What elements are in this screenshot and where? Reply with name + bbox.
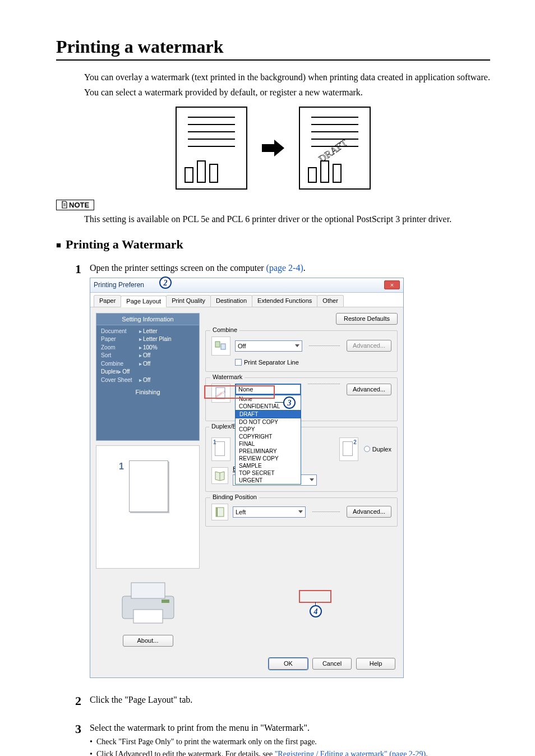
step-1-text: Open the printer settings screen on the … — [90, 262, 490, 274]
tab-destination[interactable]: Destination — [210, 295, 252, 307]
note-icon — [61, 201, 68, 209]
step-2-number: 2 — [75, 694, 90, 708]
callout-2: 2 — [159, 276, 172, 289]
note-label-box: NOTE — [56, 200, 94, 210]
svg-rect-6 — [162, 600, 169, 603]
ok-button[interactable]: OK — [269, 658, 308, 670]
si-zoom-k: Zoom — [101, 344, 139, 352]
wm-option[interactable]: COPYRIGHT — [236, 433, 301, 440]
redbox-ok — [299, 590, 331, 603]
page-title: Printing a watermark — [56, 36, 490, 61]
link-registering-watermark[interactable]: "Registering / Editing a watermark" (pag… — [275, 750, 426, 756]
svg-rect-5 — [133, 610, 163, 623]
binding-icon — [211, 504, 228, 520]
si-paper-v: Letter Plain — [143, 335, 172, 344]
chevron-down-icon — [310, 478, 314, 481]
step-3-bullet-1: •Check "First Page Only" to print the wa… — [90, 736, 490, 748]
note-text: This setting is available on PCL 5e and … — [84, 213, 490, 225]
si-cover-v: Off — [143, 376, 150, 385]
arrow-right-icon — [262, 140, 284, 156]
step-3-text: Select the watermark to print from the m… — [90, 722, 490, 734]
close-button[interactable]: × — [384, 280, 400, 289]
tab-other[interactable]: Other — [317, 295, 344, 307]
page-preview: 1 — [96, 445, 200, 569]
booklet-icon — [211, 467, 228, 484]
combine-advanced-button[interactable]: Advanced... — [347, 340, 391, 352]
callout-3: 3 — [283, 397, 296, 409]
si-sort-k: Sort — [101, 352, 139, 360]
section-title-text: Printing a Watermark — [66, 237, 183, 251]
wm-option[interactable]: DO NOT COPY — [236, 418, 301, 426]
chevron-down-icon — [298, 510, 303, 513]
si-zoom-v: 100% — [143, 344, 158, 352]
before-after-diagram: DRAFT — [56, 107, 490, 190]
setting-info-title: Setting Information — [96, 314, 199, 325]
svg-marker-0 — [262, 140, 284, 156]
combine-select[interactable]: Off — [235, 340, 302, 352]
cancel-button[interactable]: Cancel — [312, 658, 352, 670]
print-separator-line-checkbox[interactable]: Print Separator Line — [235, 359, 391, 366]
wm-option[interactable]: SAMPLE — [236, 462, 301, 469]
wm-option[interactable]: URGENT — [236, 477, 301, 484]
group-binding-position: Binding Position Left Advanced... — [205, 497, 398, 527]
wm-option-highlight[interactable]: DRAFT — [236, 410, 301, 418]
dialog-titlebar: Printing Preferen × — [90, 278, 403, 293]
tab-print-quality[interactable]: Print Quality — [166, 295, 211, 307]
wm-option[interactable]: FINAL — [236, 440, 301, 448]
binding-select[interactable]: Left — [233, 506, 306, 518]
redbox-watermark-select — [204, 385, 275, 399]
chevron-down-icon — [295, 344, 299, 347]
intro-par-2: You can select a watermark provided by d… — [84, 86, 490, 99]
wm-option[interactable]: TOP SECRET — [236, 469, 301, 477]
section-printing-watermark: ■Printing a Watermark — [56, 237, 490, 252]
help-button[interactable]: Help — [356, 658, 395, 670]
si-doc-v: Letter — [143, 328, 158, 336]
si-cover-k: Cover Sheet — [101, 376, 139, 385]
group-watermark-title: Watermark — [210, 374, 245, 380]
printing-preferences-dialog: Printing Preferen × Paper Page Layout Pr… — [90, 278, 404, 678]
group-duplex-booklet: Duplex/Booklet 1 2 Duplex — [205, 427, 398, 492]
link-page-2-4[interactable]: (page 2-4) — [266, 263, 303, 273]
tab-paper[interactable]: Paper — [94, 295, 121, 307]
si-paper-k: Paper — [101, 335, 139, 344]
finishing-label: Finishing — [96, 386, 199, 399]
si-combine-v: Off — [143, 360, 150, 368]
si-sort-v: Off — [143, 352, 150, 360]
restore-defaults-button[interactable]: Restore Defaults — [336, 313, 398, 325]
tab-page-layout[interactable]: Page Layout — [121, 296, 167, 307]
duplex-thumb-1[interactable]: 1 — [211, 437, 230, 461]
si-duplex-v: Off — [122, 368, 130, 376]
printer-icon — [96, 574, 200, 630]
step-3-number: 3 — [75, 722, 90, 736]
group-combine-title: Combine — [210, 326, 239, 333]
tab-extended-functions[interactable]: Extended Functions — [252, 295, 317, 307]
duplex-thumb-2[interactable]: 2 — [339, 437, 358, 461]
setting-information-panel: Setting Information Document▸Letter Pape… — [96, 313, 200, 441]
svg-rect-7 — [215, 342, 220, 347]
si-duplex-k: Duplex — [101, 368, 118, 376]
intro-par-1: You can overlay a watermark (text printe… — [84, 71, 490, 84]
watermark-advanced-button[interactable]: Advanced... — [347, 384, 391, 395]
doc-after: DRAFT — [299, 107, 371, 190]
bin	ding-advanced-button[interactable]: Advanced... — [347, 506, 391, 518]
note-block: NOTE This setting is available on PCL 5e… — [56, 200, 490, 225]
wm-option[interactable]: COPY — [236, 426, 301, 433]
wm-option[interactable]: PRELIMINARY — [236, 448, 301, 455]
tab-strip: Paper Page Layout Print Quality Destinat… — [90, 293, 403, 307]
leader-3 — [275, 402, 284, 403]
si-combine-k: Combine — [101, 360, 139, 368]
si-doc-k: Document — [101, 328, 139, 336]
duplex-radio[interactable]: Duplex — [364, 446, 391, 453]
about-button[interactable]: About... — [123, 635, 173, 647]
svg-rect-8 — [221, 344, 225, 349]
square-bullet-icon: ■ — [56, 241, 61, 250]
dialog-wrapper: 2 3 4 Printing Preferen × Paper Page Lay… — [90, 278, 404, 678]
svg-point-2 — [62, 202, 63, 203]
callout-4: 4 — [310, 605, 322, 617]
step-3-bullet-2: •Click [Advanced] to edit the watermark.… — [90, 749, 490, 756]
step-2-text: Click the "Page Layout" tab. — [90, 694, 490, 706]
group-combine: Combine Off Advanced... Print Separa — [205, 330, 398, 372]
wm-option[interactable]: REVIEW COPY — [236, 455, 301, 462]
svg-rect-4 — [131, 583, 165, 598]
preview-page-number: 1 — [119, 462, 124, 472]
